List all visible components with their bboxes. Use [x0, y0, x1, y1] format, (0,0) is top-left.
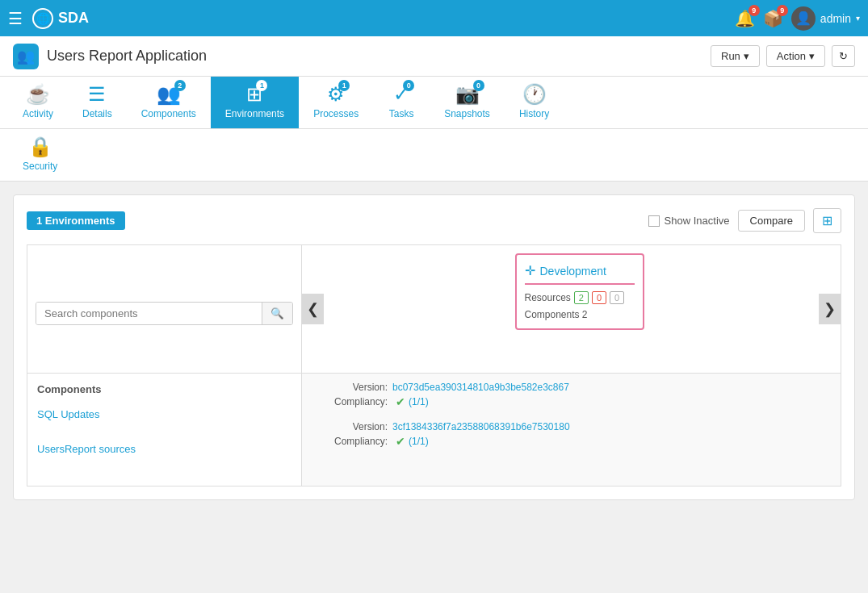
tab-details[interactable]: ☰ Details: [68, 77, 127, 128]
nav-left-icon: ❮: [307, 301, 319, 317]
sql-compliance-value: (1/1): [409, 396, 429, 407]
refresh-icon: ↻: [839, 50, 848, 62]
resources-gray-badge: 0: [610, 291, 624, 304]
tab-details-label: Details: [82, 108, 112, 119]
tab-processes[interactable]: ⚙ 1 Processes: [299, 77, 373, 128]
tab-processes-label: Processes: [313, 108, 359, 119]
env-nav-right-button[interactable]: ❯: [819, 294, 841, 324]
env-resources: Resources 2 0 0: [525, 291, 635, 304]
run-button[interactable]: Run ▾: [711, 45, 760, 67]
tab-activity[interactable]: ☕ Activity: [8, 77, 68, 128]
resources-label: Resources: [525, 292, 571, 303]
env-card-header: ✛ Development: [525, 263, 635, 285]
components-grid: Components SQL Updates UsersReport sourc…: [27, 374, 841, 487]
header-actions: Run ▾ Action ▾ ↻: [711, 45, 855, 67]
app-title: Users Report Application: [47, 48, 207, 65]
app-header: 👥 Users Report Application Run ▾ Action …: [0, 36, 868, 77]
env-card-move-icon: ✛: [525, 263, 535, 278]
action-chevron-icon: ▾: [809, 50, 815, 62]
components-header: Components: [37, 383, 291, 395]
component-item-usersreport-sources[interactable]: UsersReport sources: [37, 440, 291, 458]
component-detail-sql: Version: bc073d5ea390314810a9b3be582e3c8…: [315, 382, 828, 408]
env-components-count: Components 2: [525, 309, 635, 320]
tab-bar: ☕ Activity ☰ Details 👥 2 Components ⊞ 1 …: [0, 77, 868, 129]
username-label: admin: [820, 12, 851, 25]
users-compliance-line: Compliancy: ✔ (1/1): [315, 435, 828, 448]
sql-version-label: Version:: [315, 382, 388, 393]
component-item-sql-updates[interactable]: SQL Updates: [37, 405, 291, 424]
search-components-input[interactable]: [36, 303, 262, 324]
nav-right-section: 🔔 9 📦 9 👤 admin ▾: [735, 6, 860, 31]
users-version-value: 3cf1384336f7a23588068391b6e7530180: [392, 421, 570, 432]
tab-history[interactable]: 🕐 History: [505, 77, 564, 128]
processes-badge: 1: [338, 80, 350, 91]
env-nav-left-button[interactable]: ❮: [302, 294, 324, 324]
user-menu[interactable]: 👤 admin ▾: [791, 6, 860, 31]
resources-green-badge: 2: [574, 291, 589, 304]
avatar: 👤: [791, 6, 816, 31]
user-chevron-icon: ▾: [856, 14, 860, 23]
snapshots-badge: 0: [473, 80, 484, 91]
tab-environments[interactable]: ⊞ 1 Environments: [211, 77, 299, 128]
tab-components[interactable]: 👥 2 Components: [127, 77, 211, 128]
tasks-badge: 0: [403, 80, 414, 91]
tab-tasks-label: Tasks: [389, 108, 414, 119]
sql-check-icon: ✔: [396, 395, 405, 408]
env-card-name: Development: [540, 265, 607, 278]
notification-package-button[interactable]: 📦 9: [763, 9, 783, 28]
environments-panel: 1 Environments Show Inactive Compare ⊞: [13, 194, 855, 500]
action-label: Action: [777, 50, 806, 62]
grid-icon: ⊞: [822, 214, 832, 228]
environments-icon: ⊞ 1: [246, 83, 262, 106]
tab-environments-label: Environments: [225, 108, 284, 119]
sql-compliance-label: Compliancy:: [315, 396, 388, 407]
env-center: ❮ ✛ Development Resources 2 0 0: [302, 245, 841, 373]
users-compliance-value: (1/1): [409, 436, 429, 447]
action-button[interactable]: Action ▾: [766, 45, 825, 67]
tab-security[interactable]: 🔒 Security: [8, 129, 72, 181]
sql-version-value: bc073d5ea390314810a9b3be582e3c867: [392, 382, 569, 393]
globe-icon: 🌐: [32, 8, 53, 29]
refresh-button[interactable]: ↻: [832, 45, 855, 67]
security-icon: 🔒: [28, 136, 52, 158]
processes-icon: ⚙ 1: [327, 83, 345, 106]
top-navigation: ☰ 🌐 SDA 🔔 9 📦 9 👤 admin ▾: [0, 0, 868, 36]
tab-security-label: Security: [23, 161, 57, 172]
search-icon: 🔍: [270, 307, 284, 319]
activity-icon: ☕: [26, 83, 50, 106]
notification-bell-button[interactable]: 🔔 9: [735, 9, 755, 28]
show-inactive-label[interactable]: Show Inactive: [648, 215, 730, 227]
app-header-icon: 👥: [13, 44, 39, 69]
details-icon: ☰: [88, 83, 106, 106]
tab-snapshots[interactable]: 📷 0 Snapshots: [430, 77, 505, 128]
env-grid: 🔍 ❮ ✛ Development Resources: [27, 244, 841, 374]
component-detail-usersreport: Version: 3cf1384336f7a23588068391b6e7530…: [315, 421, 828, 448]
search-button[interactable]: 🔍: [262, 303, 292, 324]
tab-snapshots-label: Snapshots: [444, 108, 490, 119]
users-version-label: Version:: [315, 421, 388, 432]
tab-components-label: Components: [141, 108, 196, 119]
run-chevron-icon: ▾: [744, 50, 749, 62]
tab-activity-label: Activity: [23, 108, 53, 119]
show-inactive-checkbox[interactable]: [648, 215, 660, 227]
main-content: 1 Environments Show Inactive Compare ⊞: [0, 182, 868, 513]
tasks-icon: ✓ 0: [393, 83, 409, 106]
users-check-icon: ✔: [396, 435, 405, 448]
env-toolbar-right: Show Inactive Compare ⊞: [648, 208, 841, 233]
components-icon: 👥 2: [157, 83, 181, 106]
tab-tasks[interactable]: ✓ 0 Tasks: [373, 77, 430, 128]
resources-red-badge: 0: [592, 291, 606, 304]
environments-badge: 1: [256, 80, 267, 91]
show-inactive-text: Show Inactive: [665, 215, 730, 227]
compare-button[interactable]: Compare: [738, 210, 805, 232]
hamburger-icon[interactable]: ☰: [8, 9, 23, 28]
notification-bell-badge: 9: [748, 5, 760, 16]
sql-version-line: Version: bc073d5ea390314810a9b3be582e3c8…: [315, 382, 828, 393]
run-label: Run: [721, 50, 740, 62]
history-icon: 🕐: [522, 83, 547, 106]
components-list-panel: Components SQL Updates UsersReport sourc…: [27, 374, 302, 486]
app-logo: 🌐 SDA: [32, 8, 89, 29]
nav-right-icon: ❯: [824, 301, 836, 317]
grid-view-button[interactable]: ⊞: [813, 208, 841, 233]
components-badge: 2: [174, 80, 186, 91]
